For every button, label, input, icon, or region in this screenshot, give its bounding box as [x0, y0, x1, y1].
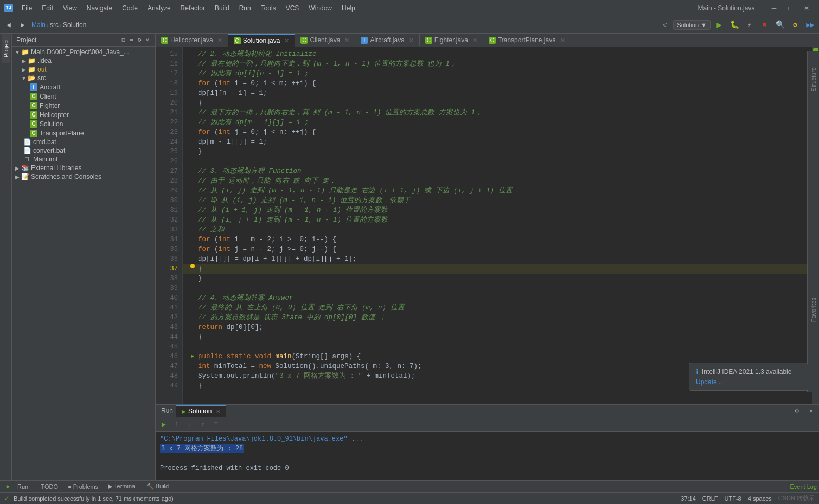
run-up-button[interactable]: ↑	[171, 418, 183, 430]
menu-edit[interactable]: Edit	[37, 3, 57, 13]
run-tab-close[interactable]: ✕	[216, 409, 220, 415]
tree-src[interactable]: ▼ 📂 src	[12, 74, 155, 82]
back-button[interactable]: ◀	[2, 18, 15, 31]
tree-idea[interactable]: ▶ 📁 .idea	[12, 56, 155, 65]
coverage-button[interactable]: ⚡	[743, 18, 756, 31]
code-text-28: // 由于 运动时，只能 向右 或 向下 走，	[198, 176, 336, 186]
bottom-todo-tab[interactable]: ≡ TODO	[31, 483, 62, 490]
event-log-label[interactable]: Event Log	[790, 483, 817, 490]
code-line-31: // 从 (i + 1, j) 走到 (m - 1, n - 1) 位置的方案数	[183, 205, 812, 215]
menu-view[interactable]: View	[59, 3, 81, 13]
menu-run[interactable]: Run	[235, 3, 255, 13]
close-button[interactable]: ✕	[798, 0, 815, 16]
tree-solution[interactable]: C Solution	[12, 119, 155, 128]
more-actions-button[interactable]: ▶▶	[804, 18, 817, 31]
menu-vcs[interactable]: VCS	[281, 3, 304, 13]
run-wrap-button[interactable]: ≡	[210, 418, 222, 430]
tab-fighter-close[interactable]: ✕	[472, 37, 477, 44]
run-tab-solution[interactable]: ▶ Solution ✕	[176, 405, 226, 417]
tree-fighter[interactable]: C Fighter	[12, 101, 155, 110]
tab-fighter[interactable]: C Fighter.java ✕	[420, 34, 483, 46]
maximize-button[interactable]: □	[782, 0, 798, 16]
run-play-button[interactable]: ▶	[158, 418, 170, 430]
code-text-41: // 最终的 从 左上角 (0, 0) 位置 走到 右下角 (m, n) 位置	[198, 303, 405, 313]
gear-icon[interactable]: ≡	[128, 36, 135, 44]
tree-convertbat[interactable]: 📄 convert.bat	[12, 146, 155, 155]
run-button[interactable]: ▶	[713, 18, 726, 31]
code-line-23: for (int j = 0; j < n; ++j) {	[183, 127, 812, 137]
forward-button[interactable]: ▶	[16, 18, 29, 31]
structure-tab[interactable]: Structure	[809, 62, 818, 97]
menu-analyze[interactable]: Analyze	[143, 3, 175, 13]
solution-dropdown[interactable]: Solution ▼	[673, 20, 711, 30]
update-link[interactable]: Update...	[696, 378, 801, 386]
tab-transport-close[interactable]: ✕	[560, 37, 565, 44]
search-button[interactable]: 🔍	[773, 18, 786, 31]
tree-mainiml[interactable]: 🗒 Main.iml	[12, 155, 155, 164]
tab-helicopter[interactable]: C Helicopter.java ✕	[156, 34, 228, 46]
tree-label-src: src	[37, 74, 46, 82]
tree-cmdbat[interactable]: 📄 cmd.bat	[12, 138, 155, 146]
favorites-tab[interactable]: Favorites	[809, 292, 818, 327]
tree-transportplane[interactable]: C TransportPlane	[12, 128, 155, 138]
settings-panel-button[interactable]: ⚙	[136, 36, 143, 44]
stop-button[interactable]: ■	[758, 18, 771, 31]
run-bottom-icon[interactable]: ▶	[2, 481, 14, 493]
tab-aircraft[interactable]: I Aircraft.java ✕	[355, 34, 419, 46]
code-line-30: // 即 从 (i, j) 走到 (m - 1, n - 1) 位置的方案数，依…	[183, 196, 812, 205]
tree-root[interactable]: ▼ 📁 Main D:\002_Project\004_Java_...	[12, 48, 155, 56]
tree-client[interactable]: C Client	[12, 92, 155, 101]
dropdown-arrow-icon: ▼	[701, 22, 707, 28]
menu-tools[interactable]: Tools	[257, 3, 280, 13]
settings-button[interactable]: ⚙	[789, 18, 802, 31]
tab-helicopter-label: Helicopter.java	[170, 36, 213, 44]
tab-solution[interactable]: C Solution.java ✕	[228, 34, 296, 47]
menu-navigate[interactable]: Navigate	[82, 3, 117, 13]
tree-label-aircraft: Aircraft	[40, 83, 60, 91]
run-stop-button[interactable]: ⬆	[197, 418, 209, 430]
nav-back-btn[interactable]: ◁	[658, 18, 671, 31]
info-icon: ℹ	[696, 367, 699, 376]
tab-aircraft-close[interactable]: ✕	[409, 37, 414, 44]
output-line-2: 3 x 7 网格方案数为 : 28	[160, 444, 815, 454]
menu-build[interactable]: Build	[210, 3, 234, 13]
tab-helicopter-close[interactable]: ✕	[217, 37, 222, 44]
code-line-16: // 最右侧的一列，只能向下走，到 (m - 1, n - 1) 位置的方案总数…	[183, 59, 812, 69]
project-title: Project	[16, 36, 36, 44]
tree-extlib[interactable]: ▶ 📚 External Libraries	[12, 164, 155, 172]
run-gutter-46[interactable]: ▶	[191, 352, 194, 361]
collapse-all-button[interactable]: ⊟	[120, 36, 127, 44]
breadcrumb-src[interactable]: src	[50, 21, 59, 29]
gutter-46[interactable]: ▶	[187, 352, 198, 361]
bottom-problems-tab[interactable]: ● Problems	[63, 483, 103, 490]
run-down-button[interactable]: ↓	[184, 418, 196, 430]
tree-aircraft[interactable]: I Aircraft	[12, 82, 155, 92]
menu-code[interactable]: Code	[118, 3, 142, 13]
debug-button[interactable]: 🐛	[728, 18, 741, 31]
tab-solution-close[interactable]: ✕	[284, 37, 289, 44]
tree-out[interactable]: ▶ 📁 out	[12, 65, 155, 74]
panel-actions: ⊟ ≡ ⚙ ✕	[120, 36, 151, 44]
minimize-button[interactable]: ─	[766, 0, 782, 16]
bottom-build-tab[interactable]: 🔨 Build	[142, 483, 174, 490]
menu-help[interactable]: Help	[337, 3, 360, 13]
menu-file[interactable]: File	[17, 3, 36, 13]
bottom-terminal-tab[interactable]: ▶ Terminal	[104, 483, 140, 490]
tab-client[interactable]: C Client.java ✕	[295, 34, 355, 46]
output-path-text: "C:\Program Files\Java\jdk1.8.0_91\bin\j…	[160, 435, 363, 443]
tree-label-client: Client	[40, 93, 56, 100]
bottom-run-label[interactable]: Run	[15, 483, 30, 490]
tab-transport[interactable]: C TransportPlane.java ✕	[483, 34, 571, 46]
menu-refactor[interactable]: Refactor	[176, 3, 209, 13]
tree-scratches[interactable]: ▶ 📝 Scratches and Consoles	[12, 172, 155, 181]
project-side-tab[interactable]: Project	[2, 34, 10, 63]
code-content[interactable]: // 2. 动态规划初始化 Initialize // 最右侧的一列，只能向下走…	[183, 47, 812, 404]
tab-client-close[interactable]: ✕	[344, 37, 349, 44]
fighter-icon: C	[29, 101, 38, 109]
settings-run-button[interactable]: ⚙	[791, 405, 803, 417]
close-run-button[interactable]: ✕	[805, 405, 817, 417]
tree-helicopter[interactable]: C Helicopter	[12, 110, 155, 119]
menu-window[interactable]: Window	[304, 3, 336, 13]
breadcrumb-main[interactable]: Main	[31, 21, 46, 29]
close-panel-button[interactable]: ✕	[144, 36, 151, 44]
